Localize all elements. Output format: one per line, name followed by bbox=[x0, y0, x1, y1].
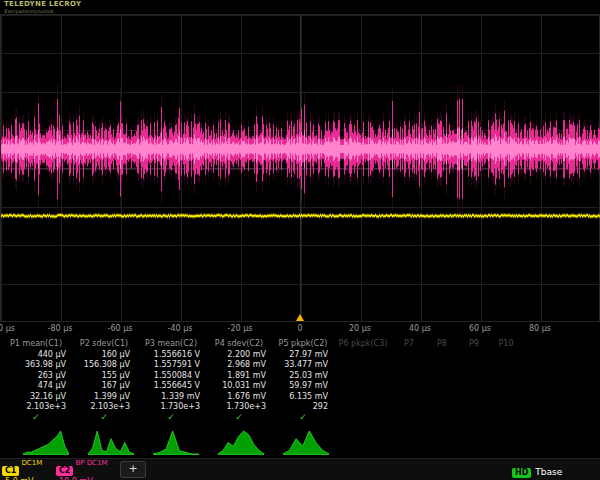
axis-tick: -20 µs bbox=[228, 324, 253, 333]
c1-descriptor[interactable]: C1DC1M 5.0 mV bbox=[2, 460, 42, 480]
measure-row: 440 µV160 µV1.556616 V2.200 mV27.97 mV bbox=[0, 349, 600, 360]
c1-chip[interactable]: C1 bbox=[2, 466, 19, 476]
measure-value: 160 µV bbox=[72, 350, 136, 359]
trigger-position-marker[interactable] bbox=[296, 314, 304, 321]
measure-value: 167 µV bbox=[72, 381, 136, 390]
c2-chip[interactable]: C2 bbox=[56, 466, 73, 476]
measure-value: 2.200 mV bbox=[206, 350, 272, 359]
measure-header[interactable]: P5 pkpk(C2) bbox=[272, 339, 334, 348]
measure-value: 33.477 mV bbox=[272, 360, 334, 369]
status-check-icon: ✓ bbox=[136, 412, 206, 422]
measure-value: 1.339 mV bbox=[136, 392, 206, 401]
oscilloscope-screen: TELEDYNE LECROY Everywhereyoulook -100 µ… bbox=[0, 0, 600, 480]
measure-value: 1.891 mV bbox=[206, 371, 272, 380]
histicon-p5 bbox=[283, 429, 329, 455]
axis-tick: -100 µs bbox=[0, 324, 15, 333]
measure-row: 263 µV155 µV1.550084 V1.891 mV25.03 mV bbox=[0, 370, 600, 381]
hd-badge: HD bbox=[512, 468, 531, 478]
timebase-descriptor[interactable]: HDTbase 12 Bits20.0 µs/div bbox=[512, 460, 600, 480]
measure-value: 155 µV bbox=[72, 371, 136, 380]
axis-tick: 0 bbox=[297, 324, 302, 333]
waveform-canvas bbox=[1, 15, 600, 323]
measure-value: 1.550084 V bbox=[136, 371, 206, 380]
measure-header[interactable]: P6 pkpk(C3) bbox=[334, 339, 392, 348]
histicon-p3 bbox=[153, 429, 199, 455]
c1-coupling: DC1M bbox=[21, 459, 42, 467]
measure-value: 156.308 µV bbox=[72, 360, 136, 369]
axis-tick: 40 µs bbox=[409, 324, 431, 333]
measure-value: 1.730e+3 bbox=[206, 402, 272, 411]
measure-header[interactable]: P10 bbox=[490, 339, 522, 348]
measure-value: 2.103e+3 bbox=[72, 402, 136, 411]
histicon-row bbox=[0, 428, 600, 456]
timebase-label: Tbase bbox=[535, 467, 562, 477]
measure-value: 263 µV bbox=[0, 371, 72, 380]
measure-value: 27.97 mV bbox=[272, 350, 334, 359]
measure-value: 1.676 mV bbox=[206, 392, 272, 401]
measure-value: 440 µV bbox=[0, 350, 72, 359]
axis-tick: -40 µs bbox=[168, 324, 193, 333]
measure-table: P1 mean(C1)P2 sdev(C1)P3 mean(C2)P4 sdev… bbox=[0, 337, 600, 423]
measure-value: 474 µV bbox=[0, 381, 72, 390]
waveform-display[interactable] bbox=[0, 14, 600, 322]
measure-value: 32.16 µV bbox=[0, 392, 72, 401]
measure-status-row: ✓✓✓✓✓ bbox=[0, 412, 600, 423]
histicon-p1 bbox=[23, 429, 69, 455]
measure-value: 1.557591 V bbox=[136, 360, 206, 369]
measure-value: 1.556645 V bbox=[136, 381, 206, 390]
measure-value: 2.968 mV bbox=[206, 360, 272, 369]
measure-value: 1.730e+3 bbox=[136, 402, 206, 411]
measure-value: 2.103e+3 bbox=[0, 402, 72, 411]
measure-value: 292 bbox=[272, 402, 334, 411]
measure-row: 474 µV167 µV1.556645 V10.031 mV59.97 mV bbox=[0, 381, 600, 392]
measure-header-row: P1 mean(C1)P2 sdev(C1)P3 mean(C2)P4 sdev… bbox=[0, 337, 600, 349]
axis-tick: 20 µs bbox=[349, 324, 371, 333]
logo-tagline: Everywhereyoulook bbox=[4, 9, 81, 15]
axis-tick: 60 µs bbox=[469, 324, 491, 333]
axis-ticks: -100 µs-80 µs-60 µs-40 µs-20 µs020 µs40 … bbox=[0, 324, 600, 336]
measure-header[interactable]: P7 bbox=[392, 339, 426, 348]
measure-value: 1.399 µV bbox=[72, 392, 136, 401]
bottom-bar: C1DC1M 5.0 mV C2BP DC1M 10.0 mV + HDTbas… bbox=[0, 458, 600, 480]
status-check-icon: ✓ bbox=[206, 412, 272, 422]
measure-value: 25.03 mV bbox=[272, 371, 334, 380]
c2-descriptor[interactable]: C2BP DC1M 10.0 mV bbox=[56, 460, 107, 480]
measure-row: 363.98 µV156.308 µV1.557591 V2.968 mV33.… bbox=[0, 360, 600, 371]
measure-header[interactable]: P2 sdev(C1) bbox=[72, 339, 136, 348]
histicon-p2 bbox=[88, 429, 134, 455]
measure-header[interactable]: P4 sdev(C2) bbox=[206, 339, 272, 348]
status-check-icon: ✓ bbox=[72, 412, 136, 422]
teledyne-lecroy-logo: TELEDYNE LECROY Everywhereyoulook bbox=[4, 1, 81, 14]
axis-tick: -60 µs bbox=[108, 324, 133, 333]
measure-value: 6.135 mV bbox=[272, 392, 334, 401]
measure-header[interactable]: P3 mean(C2) bbox=[136, 339, 206, 348]
measure-header[interactable]: P8 bbox=[426, 339, 458, 348]
measure-header[interactable]: P1 mean(C1) bbox=[0, 339, 72, 348]
measure-header[interactable]: P9 bbox=[458, 339, 490, 348]
measure-value: 59.97 mV bbox=[272, 381, 334, 390]
measure-row: 2.103e+32.103e+31.730e+31.730e+3292 bbox=[0, 402, 600, 413]
add-trace-button[interactable]: + bbox=[120, 461, 146, 478]
measure-row: 32.16 µV1.399 µV1.339 mV1.676 mV6.135 mV bbox=[0, 391, 600, 402]
status-check-icon: ✓ bbox=[0, 412, 72, 422]
axis-tick: -80 µs bbox=[48, 324, 73, 333]
measure-value: 1.556616 V bbox=[136, 350, 206, 359]
histicon-p4 bbox=[218, 429, 264, 455]
measure-body: 440 µV160 µV1.556616 V2.200 mV27.97 mV36… bbox=[0, 349, 600, 412]
axis-tick: 80 µs bbox=[529, 324, 551, 333]
measure-value: 363.98 µV bbox=[0, 360, 72, 369]
status-check-icon: ✓ bbox=[272, 412, 334, 422]
c2-coupling: BP DC1M bbox=[75, 459, 107, 467]
measure-value: 10.031 mV bbox=[206, 381, 272, 390]
